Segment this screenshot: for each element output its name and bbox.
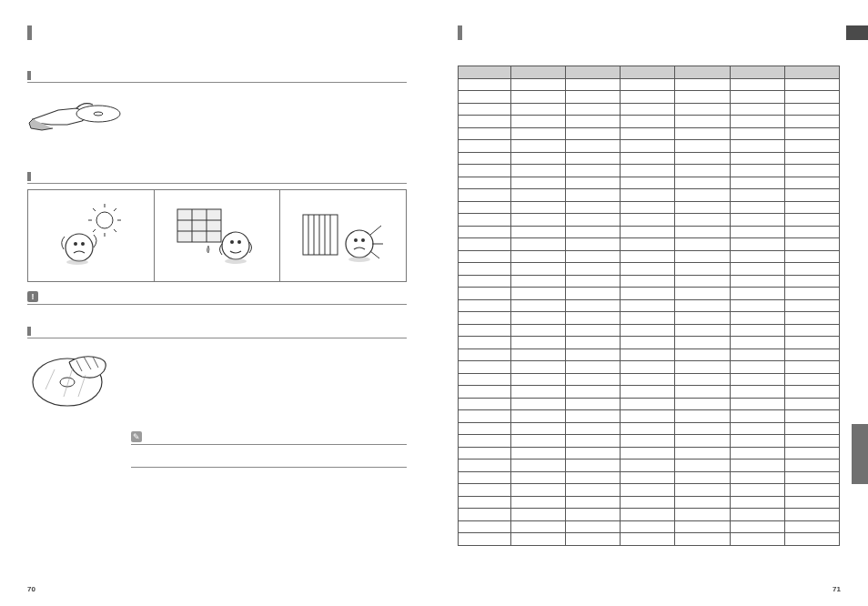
table-cell: [784, 460, 839, 472]
table-row: [459, 398, 840, 410]
table-cell: [459, 189, 511, 202]
table-cell: [511, 410, 566, 423]
table-row: [459, 189, 840, 202]
table-cell: [566, 189, 621, 202]
table-cell: [784, 299, 839, 312]
table-cell: [784, 275, 839, 288]
table-cell: [621, 165, 675, 177]
table-cell: [566, 386, 621, 399]
table-row: [459, 520, 840, 533]
table-row: [459, 299, 840, 312]
table-cell: [621, 152, 675, 165]
table-cell: [675, 91, 730, 104]
table-cell: [511, 263, 566, 276]
table-cell: [459, 299, 511, 312]
table-cell: [511, 250, 566, 263]
section-storage: !: [27, 172, 407, 305]
table-cell: [784, 140, 839, 153]
storage-panel-sunlight: [28, 190, 154, 281]
table-cell: [511, 422, 566, 435]
table-cell: [511, 447, 566, 460]
table-cell: [784, 361, 839, 374]
table-cell: [511, 386, 566, 399]
table-cell: [566, 422, 621, 435]
svg-point-11: [66, 234, 93, 261]
table-cell: [621, 299, 675, 312]
table-cell: [459, 238, 511, 251]
table-cell: [784, 386, 839, 399]
table-cell: [730, 226, 784, 238]
table-header-cell: [784, 66, 839, 79]
table-header-cell: [566, 66, 621, 79]
table-cell: [784, 201, 839, 214]
table-cell: [459, 152, 511, 165]
table-cell: [784, 348, 839, 361]
table-cell: [675, 140, 730, 153]
table-cell: [675, 250, 730, 263]
svg-line-10: [93, 229, 96, 232]
table-cell: [621, 496, 675, 509]
table-row: [459, 324, 840, 337]
table-row: [459, 410, 840, 423]
table-cell: [621, 214, 675, 227]
table-row: [459, 496, 840, 509]
table-cell: [459, 533, 511, 546]
table-cell: [784, 165, 839, 177]
table-cell: [784, 238, 839, 251]
table-cell: [675, 337, 730, 349]
table-cell: [784, 422, 839, 435]
svg-point-2: [96, 212, 113, 228]
table-cell: [566, 373, 621, 386]
disc-hand-row: [27, 88, 407, 150]
table-cell: [621, 386, 675, 399]
table-cell: [621, 398, 675, 410]
table-cell: [566, 496, 621, 509]
table-row: [459, 471, 840, 484]
table-cell: [784, 398, 839, 410]
table-cell: [730, 460, 784, 472]
storage-panel-heat: [279, 190, 406, 281]
table-cell: [675, 275, 730, 288]
table-cell: [621, 312, 675, 325]
table-cell: [784, 127, 839, 140]
svg-point-22: [237, 240, 241, 244]
caution-note-row: !: [27, 291, 407, 305]
table-cell: [730, 447, 784, 460]
table-cell: [675, 165, 730, 177]
table-row: [459, 127, 840, 140]
table-cell: [784, 91, 839, 104]
table-cell: [566, 447, 621, 460]
table-cell: [675, 263, 730, 276]
table-cell: [730, 435, 784, 448]
table-cell: [621, 533, 675, 546]
table-cell: [784, 116, 839, 128]
section-storage-header: [27, 172, 407, 184]
table-cell: [459, 165, 511, 177]
table-cell: [459, 201, 511, 214]
page-number-left: 70: [27, 585, 35, 593]
table-cell: [730, 275, 784, 288]
table-cell: [511, 520, 566, 533]
svg-rect-15: [177, 209, 221, 242]
table-header-cell: [675, 66, 730, 79]
table-cell: [675, 447, 730, 460]
table-cell: [730, 250, 784, 263]
table-cell: [511, 324, 566, 337]
table-cell: [621, 78, 675, 91]
table-row: [459, 140, 840, 153]
table-cell: [784, 152, 839, 165]
table-cell: [675, 201, 730, 214]
table-cell: [566, 435, 621, 448]
svg-point-23: [225, 258, 247, 264]
table-row: [459, 78, 840, 91]
table-cell: [459, 324, 511, 337]
table-cell: [621, 263, 675, 276]
table-row: [459, 152, 840, 165]
table-cell: [459, 91, 511, 104]
table-cell: [511, 312, 566, 325]
table-cell: [511, 361, 566, 374]
table-cell: [730, 484, 784, 497]
table-cell: [675, 78, 730, 91]
table-cell: [459, 337, 511, 349]
pencil-icon: ✎: [131, 431, 142, 442]
